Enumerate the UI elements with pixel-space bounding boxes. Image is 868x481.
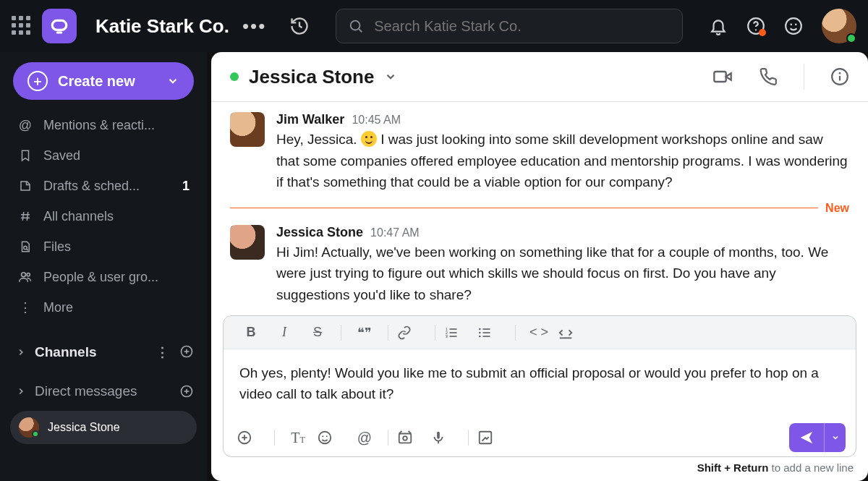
svg-point-8 — [795, 24, 797, 26]
message-composer: B I S ❝❞ 123 < > Oh yes, plenty! Would y… — [223, 315, 856, 457]
mention-icon[interactable]: @ — [350, 430, 379, 446]
nav-drafts[interactable]: Drafts & sched... 1 — [0, 171, 207, 201]
code-block-button[interactable] — [558, 325, 587, 341]
link-button[interactable] — [397, 325, 426, 340]
svg-point-45 — [326, 435, 328, 437]
channels-label: Channels — [35, 344, 97, 360]
author-name[interactable]: Jim Walker — [276, 112, 344, 127]
nav-files[interactable]: Files — [0, 231, 207, 262]
svg-point-13 — [24, 246, 27, 250]
nav-label: Mentions & reacti... — [43, 118, 155, 133]
quote-button[interactable]: ❝❞ — [350, 325, 379, 341]
italic-button[interactable]: I — [270, 325, 299, 340]
chevron-down-icon[interactable] — [384, 70, 397, 83]
message: Jim Walker 10:45 AM Hey, Jessica. I was … — [211, 102, 868, 192]
notifications-icon[interactable] — [709, 17, 728, 35]
brand-logo[interactable] — [42, 9, 77, 43]
channels-section-header[interactable]: Channels ⋮ — [0, 336, 207, 369]
nav-more[interactable]: ⋮ More — [0, 292, 207, 323]
direct-messages-header[interactable]: Direct messages — [0, 375, 207, 408]
svg-point-43 — [319, 432, 331, 444]
info-icon[interactable] — [830, 67, 849, 86]
author-avatar[interactable] — [230, 112, 265, 147]
presence-indicator — [846, 33, 856, 43]
user-avatar[interactable] — [822, 9, 856, 43]
phone-call-icon[interactable] — [759, 67, 778, 86]
peer-presence-icon — [230, 72, 239, 81]
at-icon: @ — [17, 118, 33, 133]
direct-messages-label: Direct messages — [35, 383, 137, 399]
message-time: 10:45 AM — [352, 114, 401, 127]
strikethrough-button[interactable]: S — [303, 325, 332, 340]
svg-rect-0 — [52, 20, 67, 30]
nav-people[interactable]: People & user gro... — [0, 262, 207, 292]
attach-icon[interactable] — [237, 430, 265, 446]
svg-rect-50 — [437, 432, 440, 439]
composer-action-bar: TT @ — [224, 419, 856, 456]
svg-point-47 — [403, 436, 407, 440]
composer-hint: Shift + Return to add a new line — [211, 457, 868, 481]
nav-label: People & user gro... — [43, 270, 158, 285]
video-call-icon[interactable] — [712, 67, 733, 87]
svg-rect-23 — [714, 72, 726, 82]
top-actions — [709, 9, 856, 43]
divider — [515, 325, 516, 341]
help-icon[interactable] — [746, 17, 765, 35]
record-video-icon[interactable] — [397, 430, 426, 446]
channels-options-icon[interactable]: ⋮ — [156, 344, 169, 361]
history-icon[interactable] — [289, 16, 310, 36]
add-dm-icon[interactable] — [179, 384, 194, 399]
chevron-right-icon — [16, 347, 26, 357]
author-name[interactable]: Jessica Stone — [276, 225, 363, 240]
svg-rect-46 — [399, 434, 412, 443]
create-new-label: Create new — [58, 73, 135, 90]
apps-grid-icon[interactable] — [12, 16, 32, 36]
more-vertical-icon: ⋮ — [17, 299, 33, 315]
svg-point-44 — [322, 435, 323, 437]
send-icon[interactable] — [789, 423, 824, 452]
svg-line-3 — [359, 29, 362, 32]
create-new-button[interactable]: ＋ Create new — [13, 62, 194, 100]
search-input[interactable] — [374, 18, 671, 35]
record-audio-icon[interactable] — [430, 430, 459, 446]
format-toggle-icon[interactable]: TT — [284, 430, 312, 446]
divider — [274, 430, 275, 446]
chat-header-actions — [712, 64, 849, 90]
compose-textarea[interactable]: Oh yes, plenty! Would you like me to sub… — [224, 349, 856, 419]
nav-label: Files — [43, 239, 71, 255]
dm-peer-name: Jessica Stone — [48, 421, 120, 434]
svg-point-2 — [351, 21, 360, 30]
nav-saved[interactable]: Saved — [0, 140, 207, 171]
bold-button[interactable]: B — [237, 325, 265, 340]
workspace-more-icon[interactable]: ••• — [242, 15, 266, 38]
chat-header: Jessica Stone — [211, 52, 868, 102]
svg-point-5 — [755, 29, 757, 30]
new-messages-separator: New — [230, 202, 849, 215]
nav-all-channels[interactable]: All channels — [0, 201, 207, 231]
add-channel-icon[interactable] — [179, 344, 194, 361]
search-box[interactable] — [336, 9, 683, 43]
divider — [388, 430, 388, 446]
ordered-list-button[interactable]: 123 — [444, 325, 473, 340]
divider — [388, 325, 388, 341]
code-button[interactable]: < > — [524, 325, 553, 340]
svg-rect-1 — [56, 32, 63, 34]
svg-line-14 — [27, 249, 28, 250]
send-button[interactable] — [789, 423, 846, 452]
bookmark-icon — [17, 149, 33, 162]
emoji-icon[interactable] — [784, 17, 803, 35]
svg-point-7 — [790, 24, 792, 26]
svg-point-37 — [479, 331, 481, 333]
message: Jessica Stone 10:47 AM Hi Jim! Actually,… — [211, 215, 868, 305]
nav-mentions[interactable]: @ Mentions & reacti... — [0, 110, 207, 140]
bullet-list-button[interactable] — [477, 325, 506, 340]
emoji-picker-icon[interactable] — [317, 430, 346, 446]
canvas-icon[interactable] — [477, 430, 506, 446]
svg-point-36 — [479, 328, 481, 330]
svg-line-11 — [22, 212, 24, 221]
author-avatar[interactable] — [230, 225, 265, 260]
send-options-icon[interactable] — [824, 423, 846, 452]
chat-peer-name[interactable]: Jessica Stone — [249, 66, 374, 88]
file-search-icon — [17, 240, 33, 253]
dm-item-jessica-stone[interactable]: Jessica Stone — [10, 411, 197, 444]
